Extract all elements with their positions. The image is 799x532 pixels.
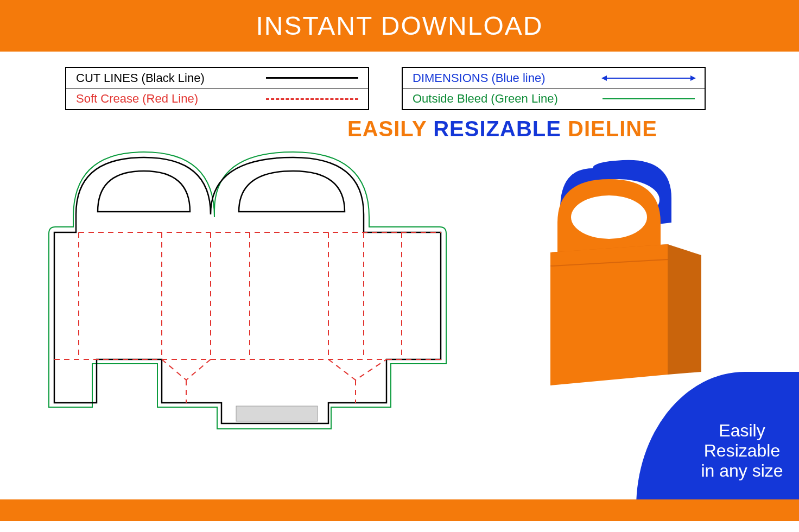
- legend-table-right: DIMENSIONS (Blue line) Outside Bleed (Gr…: [402, 67, 706, 110]
- badge-line3: in any size: [701, 461, 783, 481]
- legend-dimensions: DIMENSIONS (Blue line): [403, 68, 705, 88]
- top-banner: INSTANT DOWNLOAD: [0, 0, 799, 52]
- legend-row: CUT LINES (Black Line) Soft Crease (Red …: [0, 52, 799, 110]
- crease-lines: [54, 232, 441, 403]
- bleed-line-sample: [603, 93, 695, 104]
- headline-word1: EASILY: [347, 117, 427, 141]
- badge-line1: Easily: [719, 421, 765, 441]
- headline-word2: RESIZABLE: [433, 117, 561, 141]
- box-mockup: [528, 157, 728, 396]
- legend-dim-label: DIMENSIONS (Blue line): [413, 71, 546, 85]
- handle-cutout-right: [239, 171, 345, 212]
- glue-tab: [236, 406, 318, 421]
- handle-cutout-left: [98, 171, 190, 212]
- box-side: [668, 244, 701, 375]
- bottom-banner: [0, 499, 799, 521]
- dim-line-sample: [603, 73, 695, 84]
- banner-title: INSTANT DOWNLOAD: [256, 11, 543, 41]
- cut-outline: [54, 157, 441, 423]
- legend-crease: Soft Crease (Red Line): [66, 88, 368, 109]
- legend-cut-label: CUT LINES (Black Line): [76, 71, 205, 85]
- legend-crease-label: Soft Crease (Red Line): [76, 92, 198, 106]
- headline-word3: DIELINE: [568, 117, 657, 141]
- legend-cut-lines: CUT LINES (Black Line): [66, 68, 368, 88]
- cut-line-sample: [266, 73, 358, 84]
- badge-line2: Resizable: [704, 441, 781, 461]
- headline: EASILY RESIZABLE DIELINE: [347, 117, 657, 141]
- handle-front-hole: [571, 195, 647, 239]
- crease-line-sample: [266, 93, 358, 104]
- legend-bleed-label: Outside Bleed (Green Line): [413, 92, 558, 106]
- dieline-template: [22, 147, 472, 472]
- legend-bleed: Outside Bleed (Green Line): [403, 88, 705, 109]
- legend-table-left: CUT LINES (Black Line) Soft Crease (Red …: [65, 67, 369, 110]
